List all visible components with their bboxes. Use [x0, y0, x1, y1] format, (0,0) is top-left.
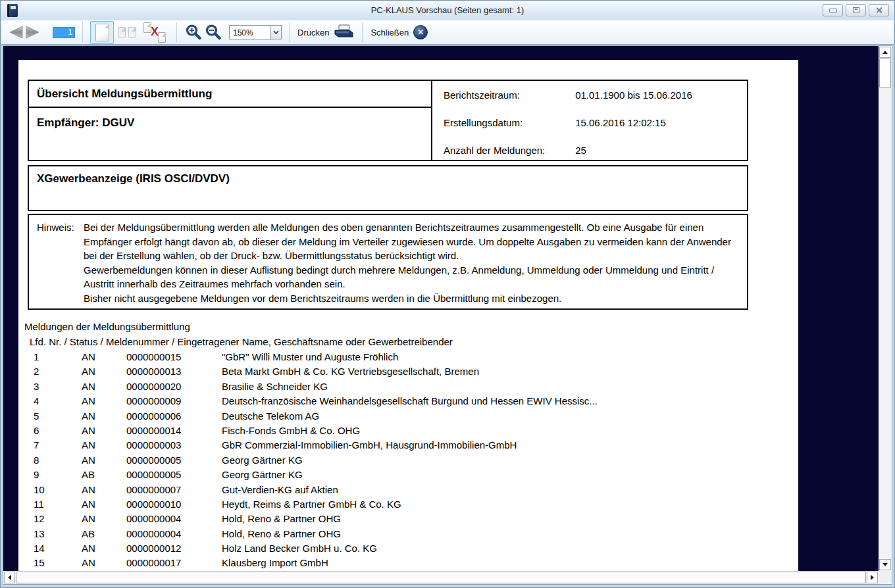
restore-icon [853, 7, 859, 13]
document-page: Übersicht Meldungsübermittlung Empfänger… [18, 60, 798, 571]
row-meldenummer: 0000000013 [126, 366, 181, 377]
row-number: 14 [34, 543, 45, 554]
row-company-name: Klausberg Import GmbH [222, 557, 328, 568]
single-page-icon [95, 24, 109, 41]
table-row: 13 AB 0000000004 Hold, Reno & Partner OH… [18, 528, 798, 543]
red-x-icon: X [140, 26, 169, 37]
row-status: AN [82, 425, 95, 436]
table-row: 15 AN 0000000017 Klausberg Import GmbH [18, 557, 798, 571]
page-number-input[interactable] [53, 27, 75, 38]
row-company-name: Holz Land Becker GmbH u. Co. KG [222, 543, 377, 554]
print-button[interactable]: Drucken [297, 24, 355, 40]
toolbar-separator [176, 22, 177, 42]
table-row: 2 AN 0000000013 Beta Markt GmbH & Co. KG… [18, 366, 798, 380]
window-title: PC-KLAUS Vorschau (Seiten gesamt: 1) [1, 5, 894, 15]
list-title: Meldungen der Meldungsübermittlung [24, 321, 190, 332]
zoom-out-button[interactable] [204, 23, 222, 41]
zoom-in-button[interactable] [184, 23, 203, 41]
note-paragraph: Bei der Meldungsübermittlung werden alle… [84, 220, 739, 263]
arrow-right-icon [25, 26, 41, 39]
table-row: 12 AN 0000000004 Hold, Reno & Partner OH… [18, 513, 798, 527]
document-content: Übersicht Meldungsübermittlung Empfänger… [18, 60, 798, 571]
printer-icon [334, 24, 355, 40]
info-row: Berichtszeitraum: 01.01.1900 bis 15.06.2… [444, 89, 747, 117]
table-row: 14 AN 0000000012 Holz Land Becker GmbH u… [18, 543, 798, 557]
next-page-button[interactable] [24, 25, 41, 39]
info-label: Berichtszeitraum: [444, 89, 573, 101]
report-info-box: Berichtszeitraum: 01.01.1900 bis 15.06.2… [431, 80, 748, 161]
arrow-down-icon [882, 563, 888, 566]
row-meldenummer: 0000000012 [126, 543, 181, 554]
close-preview-button[interactable]: Schließen ✕ [370, 25, 428, 39]
row-number: 7 [34, 439, 39, 451]
scroll-right-button[interactable] [867, 572, 878, 583]
row-number: 2 [34, 366, 39, 377]
vertical-scroll-thumb[interactable] [879, 59, 891, 87]
row-meldenummer: 0000000005 [126, 454, 181, 466]
row-status: AN [82, 454, 95, 466]
restore-button[interactable] [846, 4, 866, 16]
zoom-in-icon [185, 24, 202, 41]
note-box: Hinweis: Bei der Meldungsübermittlung we… [28, 214, 748, 310]
row-status: AN [82, 381, 95, 392]
row-number: 1 [34, 351, 39, 362]
row-number: 15 [34, 557, 45, 568]
recipient-line: Empfänger: DGUV [29, 108, 431, 130]
pc-klaus-preview-window: PC-KLAUS Vorschau (Seiten gesamt: 1) [0, 0, 895, 588]
arrow-up-icon [882, 51, 888, 54]
vertical-scrollbar[interactable] [879, 46, 892, 571]
row-company-name: Deutsche Telekom AG [222, 410, 319, 422]
row-meldenummer: 0000000020 [126, 381, 181, 392]
document-title: Übersicht Meldungsübermittlung [29, 81, 431, 108]
note-paragraphs: Bei der Meldungsübermittlung werden alle… [84, 220, 739, 308]
table-row: 9 AB 0000000005 Georg Gärtner KG [18, 469, 798, 483]
info-label: Anzahl der Meldungen: [444, 145, 573, 156]
row-company-name: Fisch-Fonds GmbH & Co. OHG [222, 425, 360, 436]
row-meldenummer: 0000000006 [126, 410, 181, 422]
window-controls [823, 4, 889, 16]
zoom-dropdown-button[interactable] [270, 26, 281, 39]
row-status: AN [82, 395, 95, 406]
row-company-name: Georg Gärtner KG [222, 469, 303, 480]
zoom-level-value: 150% [230, 26, 270, 39]
horizontal-scrollbar[interactable] [3, 571, 879, 584]
titlebar[interactable]: PC-KLAUS Vorschau (Seiten gesamt: 1) [1, 1, 894, 20]
toolbar-separator [289, 22, 290, 42]
scroll-left-button[interactable] [4, 572, 15, 583]
preview-viewport: Übersicht Meldungsübermittlung Empfänger… [3, 45, 892, 585]
row-status: AN [82, 557, 95, 568]
row-number: 9 [34, 469, 39, 480]
row-status: AN [82, 543, 95, 554]
row-company-name: Hold, Reno & Partner OHG [222, 513, 341, 524]
previous-page-button[interactable] [7, 25, 24, 39]
row-status: AN [82, 499, 95, 510]
header-title-box: Übersicht Meldungsübermittlung Empfänger… [28, 80, 432, 161]
row-meldenummer: 0000000004 [126, 528, 181, 539]
info-value: 01.01.1900 bis 15.06.2016 [575, 89, 692, 101]
table-row: 6 AN 0000000014 Fisch-Fonds GmbH & Co. O… [18, 425, 798, 439]
zoom-level-combobox[interactable]: 150% [229, 25, 282, 39]
horizontal-scroll-thumb[interactable] [16, 572, 866, 583]
row-status: AN [82, 410, 95, 422]
single-page-view-button[interactable] [90, 21, 114, 44]
row-number: 3 [34, 381, 39, 392]
document-header: Übersicht Meldungsübermittlung Empfänger… [28, 80, 748, 161]
minimize-button[interactable] [823, 4, 843, 16]
zoom-out-icon [205, 24, 222, 41]
row-number: 10 [34, 484, 45, 495]
scroll-down-button[interactable] [879, 559, 891, 570]
cancel-pages-button[interactable]: X [140, 21, 169, 44]
close-window-button[interactable] [869, 4, 889, 16]
row-status: AB [82, 528, 95, 539]
row-number: 13 [34, 528, 45, 539]
row-status: AN [82, 439, 95, 451]
table-row: 3 AN 0000000020 Brasilie & Schneider KG [18, 381, 798, 395]
row-company-name: Heydt, Reims & Partner GmbH & Co. KG [222, 499, 401, 510]
scroll-up-button[interactable] [879, 47, 891, 58]
row-status: AB [82, 469, 95, 480]
row-status: AN [82, 513, 95, 524]
row-number: 12 [34, 513, 45, 524]
info-value: 25 [575, 145, 586, 156]
close-label: Schließen [371, 28, 409, 37]
two-page-view-button[interactable] [114, 21, 140, 44]
